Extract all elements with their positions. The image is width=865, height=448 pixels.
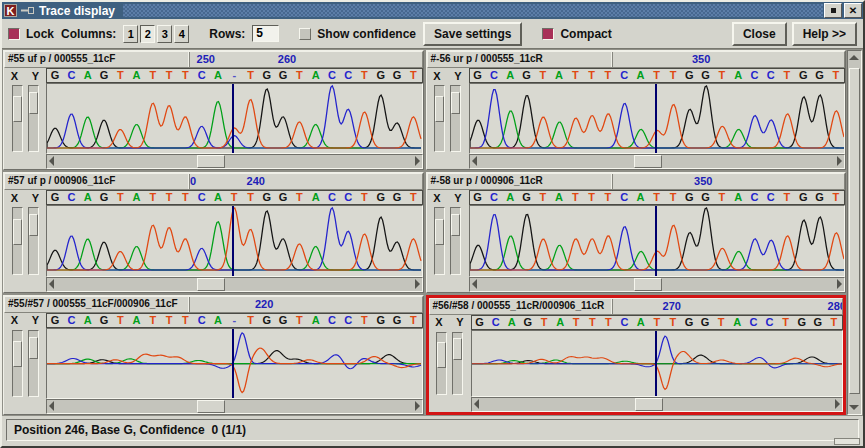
- vertical-scrollbar[interactable]: [847, 50, 862, 415]
- scrollbar-trough[interactable]: [46, 154, 423, 169]
- scrollbar-trough[interactable]: [46, 277, 423, 292]
- sequence-row[interactable]: GCAGTATTTCATTGGTACCTGGT: [471, 315, 844, 330]
- y-scale-slider-thumb[interactable]: [29, 214, 38, 236]
- x-scale-button[interactable]: X: [11, 192, 18, 204]
- chromatogram-canvas[interactable]: [46, 328, 423, 399]
- x-scale-button[interactable]: X: [11, 70, 18, 82]
- y-scale-slider-thumb[interactable]: [451, 92, 460, 114]
- scrollbar-thumb[interactable]: [634, 155, 662, 168]
- minimize-button[interactable]: [824, 3, 842, 18]
- scroll-left-arrow[interactable]: [472, 279, 477, 289]
- show-confidence-indicator[interactable]: [299, 28, 311, 40]
- x-scale-slider-thumb[interactable]: [13, 219, 22, 245]
- help-button[interactable]: Help >>: [792, 22, 857, 46]
- trace-panel-2[interactable]: 350 #-56 ur p / 000555_11cR X Y GCAGTATT…: [426, 50, 847, 170]
- horizontal-scrollbar[interactable]: [4, 277, 423, 292]
- y-scale-slider[interactable]: [28, 207, 39, 274]
- scroll-up-arrow[interactable]: [849, 55, 859, 60]
- save-settings-button[interactable]: Save settings: [423, 22, 522, 46]
- columns-option-3[interactable]: 3: [157, 25, 172, 43]
- lock-checkbox[interactable]: Lock: [8, 27, 54, 41]
- scrollbar-trough[interactable]: [469, 277, 846, 292]
- chromatogram-canvas[interactable]: [469, 83, 846, 154]
- scroll-right-arrow[interactable]: [415, 156, 420, 166]
- columns-option-4[interactable]: 4: [174, 25, 189, 43]
- y-scale-button[interactable]: Y: [456, 316, 463, 328]
- x-scale-slider-thumb[interactable]: [13, 96, 22, 122]
- editing-cursor[interactable]: [655, 331, 657, 396]
- y-scale-slider-thumb[interactable]: [451, 214, 460, 236]
- y-scale-button[interactable]: Y: [32, 314, 39, 326]
- trace-panel-6[interactable]: 270280 #56/#58 / 000555_11cR/000906_11cR…: [426, 295, 847, 415]
- scrollbar-thumb[interactable]: [197, 155, 225, 168]
- columns-option-2[interactable]: 2: [140, 25, 155, 43]
- scroll-left-arrow[interactable]: [472, 156, 477, 166]
- x-scale-slider-thumb[interactable]: [437, 342, 446, 368]
- trace-panel-5[interactable]: 220 #55/#57 / 000555_11cF/000906_11cF X …: [3, 295, 424, 415]
- x-scale-slider[interactable]: [12, 85, 23, 152]
- editing-cursor[interactable]: [232, 206, 234, 275]
- vertical-scrollbar-thumb[interactable]: [849, 68, 860, 394]
- title-bar[interactable]: K Trace display ✕: [2, 2, 863, 19]
- x-scale-button[interactable]: X: [11, 314, 18, 326]
- sequence-row[interactable]: GCAGTATTTCATTGGTACCTGGT: [46, 190, 423, 205]
- scrollbar-trough[interactable]: [469, 154, 846, 169]
- trace-panel-4[interactable]: 350 #-58 ur p / 000906_11cR X Y GCAGTATT…: [426, 172, 847, 292]
- scrollbar-trough[interactable]: [46, 399, 423, 414]
- y-scale-slider[interactable]: [28, 330, 39, 397]
- x-scale-slider[interactable]: [12, 330, 23, 397]
- y-scale-button[interactable]: Y: [454, 70, 461, 82]
- x-scale-slider[interactable]: [434, 85, 445, 152]
- sequence-row[interactable]: GCAGTATTTCA-TGGTACCTGGT: [46, 68, 423, 83]
- editing-cursor[interactable]: [655, 206, 657, 275]
- y-scale-slider-thumb[interactable]: [29, 92, 38, 114]
- editing-cursor[interactable]: [232, 84, 234, 153]
- y-scale-button[interactable]: Y: [454, 192, 461, 204]
- scroll-left-arrow[interactable]: [49, 156, 54, 166]
- scrollbar-thumb[interactable]: [197, 278, 225, 291]
- chromatogram-canvas[interactable]: [46, 83, 423, 154]
- chromatogram-canvas[interactable]: [469, 205, 846, 276]
- x-scale-slider[interactable]: [436, 332, 447, 395]
- lock-checkbox-indicator[interactable]: [8, 28, 20, 40]
- chromatogram-canvas[interactable]: [471, 330, 844, 397]
- resize-grip[interactable]: [834, 438, 860, 445]
- scrollbar-thumb[interactable]: [197, 400, 225, 413]
- sequence-row[interactable]: GCAGTATTTCA-TGGTACCTGGT: [46, 313, 423, 328]
- scroll-left-arrow[interactable]: [49, 279, 54, 289]
- scroll-down-arrow[interactable]: [849, 405, 859, 410]
- x-scale-slider-thumb[interactable]: [13, 341, 22, 367]
- x-scale-button[interactable]: X: [435, 316, 442, 328]
- scroll-right-arrow[interactable]: [415, 401, 420, 411]
- title-bar-texture[interactable]: [123, 4, 823, 17]
- x-scale-button[interactable]: X: [433, 192, 440, 204]
- show-confidence-checkbox[interactable]: Show confidence: [299, 27, 416, 41]
- scroll-left-arrow[interactable]: [474, 399, 479, 409]
- trace-panel-1[interactable]: 250260 #55 uf p / 000555_11cF X Y GCAGTA…: [3, 50, 424, 170]
- x-scale-slider-thumb[interactable]: [435, 219, 444, 245]
- x-scale-button[interactable]: X: [433, 70, 440, 82]
- scroll-right-arrow[interactable]: [835, 399, 840, 409]
- compact-checkbox-indicator[interactable]: [542, 28, 554, 40]
- y-scale-button[interactable]: Y: [32, 192, 39, 204]
- app-k-icon[interactable]: K: [4, 4, 17, 17]
- sequence-row[interactable]: GCAGTATTTCATTGGTACCTGGT: [469, 190, 846, 205]
- y-scale-slider[interactable]: [452, 332, 463, 395]
- editing-cursor[interactable]: [655, 84, 657, 153]
- x-scale-slider-thumb[interactable]: [435, 96, 444, 122]
- pin-icon[interactable]: [21, 6, 35, 15]
- trace-panel-3[interactable]: 230240 #57 uf p / 000906_11cF X Y GCAGTA…: [3, 172, 424, 292]
- horizontal-scrollbar[interactable]: [427, 277, 846, 292]
- scroll-left-arrow[interactable]: [49, 401, 54, 411]
- scroll-right-arrow[interactable]: [837, 156, 842, 166]
- y-scale-slider[interactable]: [450, 207, 461, 274]
- x-scale-slider[interactable]: [434, 207, 445, 274]
- close-button[interactable]: Close: [732, 22, 787, 46]
- scroll-right-arrow[interactable]: [837, 279, 842, 289]
- y-scale-slider-thumb[interactable]: [453, 338, 462, 360]
- horizontal-scrollbar[interactable]: [4, 154, 423, 169]
- x-scale-slider[interactable]: [12, 207, 23, 274]
- scrollbar-thumb[interactable]: [635, 398, 663, 411]
- horizontal-scrollbar[interactable]: [427, 154, 846, 169]
- y-scale-slider[interactable]: [28, 85, 39, 152]
